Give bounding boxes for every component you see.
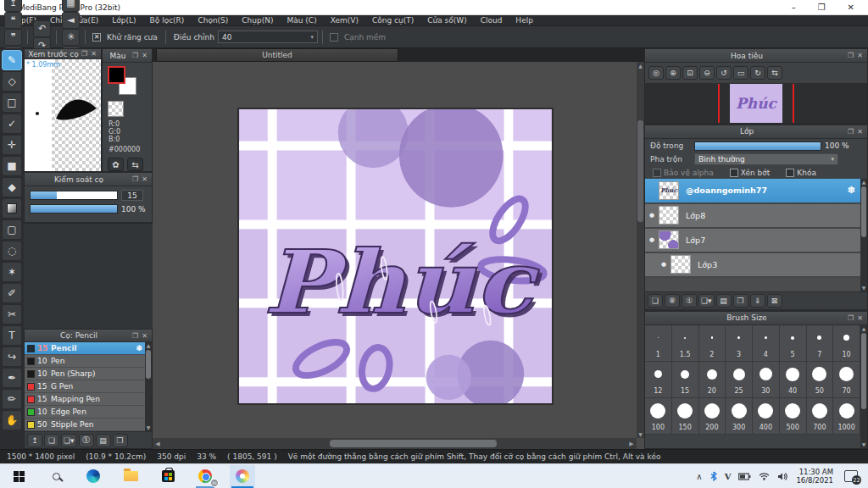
bluetooth-icon[interactable] xyxy=(710,471,717,481)
layer-visible-icon[interactable]: ● xyxy=(645,212,659,219)
battery-icon[interactable] xyxy=(738,473,751,480)
soft-edge-checkbox[interactable] xyxy=(330,33,338,42)
zoom-in-icon[interactable]: ⊕ xyxy=(665,66,681,80)
scroll-down-icon[interactable]: ▼ xyxy=(638,430,643,438)
brush-size-option-500[interactable]: 500 xyxy=(780,398,807,435)
menu-item-cngct[interactable]: Công cụ(T) xyxy=(365,15,420,26)
panel-popout-icon[interactable]: ❐ xyxy=(846,314,855,322)
brush-size-value[interactable]: 15 xyxy=(121,190,143,201)
brush-size-option-1000[interactable]: 1000 xyxy=(833,398,860,435)
protect-alpha-checkbox[interactable] xyxy=(653,169,661,177)
panel-close-icon[interactable]: ✕ xyxy=(89,50,98,58)
brush-size-option-150[interactable]: 150 xyxy=(672,398,699,435)
volume-icon[interactable] xyxy=(777,472,788,481)
brush-size-option-20[interactable]: 20 xyxy=(699,362,726,398)
document-tab[interactable]: Untitled xyxy=(156,48,398,62)
brush-size-option-7[interactable]: 7 xyxy=(807,325,834,362)
scroll-down-icon[interactable]: ▼ xyxy=(862,441,866,448)
panel-popout-icon[interactable]: ❐ xyxy=(846,52,855,59)
brush-tool[interactable]: ✎ xyxy=(2,50,22,70)
brush-size-option-300[interactable]: 300 xyxy=(726,398,753,435)
snap-grid-icon[interactable]: ▦ xyxy=(62,0,80,12)
delete-layer-icon[interactable]: ⊠ xyxy=(767,294,782,308)
menu-item-lpl[interactable]: Lớp(L) xyxy=(105,15,142,26)
brush-size-option-4[interactable]: 4 xyxy=(753,325,780,362)
taskbar-clock[interactable]: 11:30 AM 16/8/2021 xyxy=(796,468,833,485)
taskbar-store-button[interactable] xyxy=(155,465,181,488)
panel-popout-icon[interactable]: ❐ xyxy=(846,128,855,136)
navigator-preview[interactable]: Phúc xyxy=(645,83,867,123)
taskbar-edge-button[interactable] xyxy=(81,465,106,488)
layer-row-lp3[interactable]: ●Lớp3 xyxy=(645,253,860,278)
panel-close-icon[interactable]: ✕ xyxy=(855,128,865,136)
antialias-checkbox[interactable]: ✕ xyxy=(92,33,101,42)
comment-list-icon[interactable]: ❞ xyxy=(4,29,22,46)
snap-vanishing-icon[interactable]: ◄ xyxy=(62,12,80,29)
add-brush-menu-icon[interactable]: ❏▾ xyxy=(61,434,77,447)
share-icon[interactable]: ↥ xyxy=(4,0,22,12)
layer-row-doanngominh77[interactable]: Phúc@doanngominh77✽ xyxy=(645,179,860,204)
brush-item-pencil[interactable]: 15Pencil✽ xyxy=(25,342,145,355)
snap-radial-icon[interactable]: ✳ xyxy=(62,29,80,46)
scroll-down-icon[interactable]: ▼ xyxy=(147,424,151,431)
close-button[interactable]: ✕ xyxy=(848,0,854,15)
menu-item-cloud[interactable]: Cloud xyxy=(474,15,509,26)
eraser-tool[interactable]: ◇ xyxy=(2,71,22,92)
wifi-icon[interactable] xyxy=(759,472,770,480)
brush-size-option-30[interactable]: 30 xyxy=(753,362,780,398)
script-brush-icon[interactable]: ⓢ xyxy=(79,434,94,447)
hand-tool[interactable]: ✋ xyxy=(2,410,22,430)
brush-size-option-25[interactable]: 25 xyxy=(726,362,753,398)
flip-view-icon[interactable]: ⇆ xyxy=(767,66,782,80)
panel-popout-icon[interactable]: ❐ xyxy=(80,50,89,58)
brush-size-option-12[interactable]: 12 xyxy=(645,362,672,398)
brush-size-gauge[interactable]: * 1.09mm xyxy=(25,59,52,171)
transparent-color-swatch[interactable] xyxy=(108,101,124,117)
snap-pen-tool[interactable]: ✏ xyxy=(2,389,22,409)
brush-settings-icon[interactable]: ✽ xyxy=(136,344,142,352)
brush-item-stipple-pen[interactable]: 50Stipple Pen xyxy=(25,419,145,431)
taskbar-explorer-button[interactable] xyxy=(118,465,143,488)
text-tool[interactable]: T xyxy=(2,325,22,346)
merge-layer-icon[interactable]: ⇓ xyxy=(750,294,765,308)
rotate-left-icon[interactable]: ↺ xyxy=(716,66,732,80)
scrollbar-thumb[interactable] xyxy=(146,350,151,379)
layer-folder-icon[interactable]: ▤ xyxy=(716,294,732,308)
panel-close-icon[interactable]: ✕ xyxy=(855,314,865,322)
upload-brush-icon[interactable]: ↥ xyxy=(27,434,42,447)
swap-colors-icon[interactable]: ⇆ xyxy=(127,158,143,171)
scroll-right-icon[interactable]: ▶ xyxy=(626,441,637,447)
panel-close-icon[interactable]: ✕ xyxy=(140,52,149,59)
taskbar-medibang-button[interactable] xyxy=(230,465,255,488)
brush-size-option-700[interactable]: 700 xyxy=(807,398,834,435)
zoom-out-icon[interactable]: ⊖ xyxy=(699,66,715,80)
tray-expand-icon[interactable]: ∧ xyxy=(696,472,702,481)
panel-popout-icon[interactable]: ❐ xyxy=(131,52,140,59)
scrollbar-thumb[interactable] xyxy=(861,333,866,409)
correction-dropdown[interactable]: 40 ▾ xyxy=(218,30,318,43)
operation-tool[interactable]: ↪ xyxy=(2,347,22,367)
panel-popout-icon[interactable]: ❐ xyxy=(131,175,140,183)
correction-pen-tool[interactable]: ✓ xyxy=(2,114,22,134)
start-button[interactable] xyxy=(6,465,31,488)
navigator-thumbnail[interactable]: Phúc xyxy=(730,84,782,123)
brush-size-option-200[interactable]: 200 xyxy=(699,398,726,435)
canvas-horizontal-scrollbar[interactable]: ◀ ▶ xyxy=(153,438,637,449)
blend-mode-dropdown[interactable]: Bình thường ▾ xyxy=(694,153,838,165)
brush-opacity-slider[interactable] xyxy=(30,204,118,214)
panel-popout-icon[interactable]: ❐ xyxy=(131,332,140,340)
brush-size-option-1.5[interactable]: 1.5 xyxy=(672,325,699,362)
layer-opacity-slider[interactable] xyxy=(694,141,821,151)
notification-center-icon[interactable]: 22 xyxy=(844,470,858,482)
menu-item-chpn[interactable]: Chụp(N) xyxy=(235,15,280,26)
layer-row-lp8[interactable]: ●Lớp8 xyxy=(645,204,860,229)
gradient-tool[interactable] xyxy=(2,198,22,219)
foreground-color-swatch[interactable] xyxy=(108,66,125,84)
canvas-artwork[interactable]: Phúc Phúc xyxy=(237,108,554,405)
bucket-tool[interactable]: ◆ xyxy=(2,177,22,197)
menu-item-xemv[interactable]: Xem(V) xyxy=(324,15,365,26)
brush-size-option-5[interactable]: 5 xyxy=(780,325,807,362)
menu-item-casw[interactable]: Cửa sổ(W) xyxy=(420,15,473,26)
add-8bit-layer-icon[interactable]: ⑧ xyxy=(665,294,680,308)
div-pen-tool[interactable]: ✒ xyxy=(2,368,22,388)
